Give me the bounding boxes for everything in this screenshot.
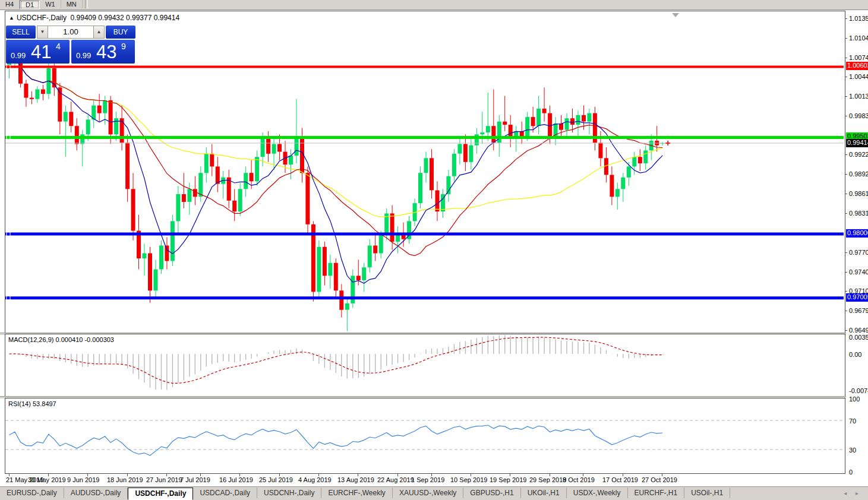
chart-tab-xauusd[interactable]: XAUUSD-,Weekly xyxy=(393,488,463,498)
rsi-panel[interactable]: RSI(14) 53.8497 xyxy=(5,398,845,474)
rsi-label: RSI(14) 53.8497 xyxy=(8,400,56,407)
time-axis[interactable]: 21 May 201930 May 20199 Jun 201918 Jun 2… xyxy=(5,474,844,486)
price-tick-mark xyxy=(845,38,847,39)
rsi-tick-label: 100 xyxy=(849,395,860,403)
price-tick-mark xyxy=(845,77,847,77)
price-tick-mark xyxy=(845,213,847,214)
chart-workspace: ▲USDCHF-,Daily 0.99409 0.99432 0.99377 0… xyxy=(0,10,868,487)
price-tick-label: 1.00135 xyxy=(849,93,868,100)
chart-ohlc-values: 0.99409 0.99432 0.99377 0.99414 xyxy=(71,14,180,22)
chart-tab-usdx[interactable]: USDX-,Weekly xyxy=(567,488,628,498)
price-tick-label: 0.97705 xyxy=(849,249,868,256)
price-tick-label: 0.97400 xyxy=(849,268,868,276)
chart-tab-usdcad[interactable]: USDCAD-,Daily xyxy=(193,488,257,498)
price-chart-panel[interactable]: ▲USDCHF-,Daily 0.99409 0.99432 0.99377 0… xyxy=(5,11,845,333)
date-label: 10 Sep 2019 xyxy=(450,476,487,483)
price-tick-label: 1.00440 xyxy=(849,73,868,80)
price-tick-label: 0.99830 xyxy=(849,112,868,119)
price-line-badge: 1.00602 xyxy=(846,62,868,70)
buy-price-big: 43 xyxy=(96,42,116,63)
volume-decrease-button[interactable]: ▼ xyxy=(37,26,48,39)
toolbar-divider xyxy=(85,0,88,8)
buy-price-sup: 9 xyxy=(121,42,126,51)
mt4-window: H4D1W1MN ▲USDCHF-,Daily 0.99409 0.99432 … xyxy=(0,0,868,500)
buy-price-box[interactable]: 0.99 43 9 xyxy=(71,40,135,64)
chart-tab-usdchf[interactable]: USDCHF-,Daily xyxy=(128,488,193,500)
price-tick-label: 0.98615 xyxy=(849,190,868,197)
price-tick-mark xyxy=(845,311,847,311)
macd-tick-label: 0.00 xyxy=(849,351,861,358)
date-label: 27 Jun 2019 xyxy=(146,476,182,483)
rsi-line xyxy=(10,425,663,455)
rsi-chart xyxy=(5,398,844,472)
price-tick-label: 1.01350 xyxy=(849,15,868,22)
price-tick-mark xyxy=(845,330,847,331)
timeframe-button-w1[interactable]: W1 xyxy=(40,0,61,8)
chart-symbol-label: USDCHF-,Daily xyxy=(17,14,67,22)
macd-chart xyxy=(5,334,844,395)
hline-anchor[interactable] xyxy=(7,296,10,300)
last-price-marker xyxy=(665,141,670,145)
price-tick-label: 0.99225 xyxy=(849,151,868,158)
date-label: 29 Sep 2019 xyxy=(529,476,566,483)
date-label: 9 Jun 2019 xyxy=(67,476,99,483)
macd-panel[interactable]: MACD(12,26,9) 0.000410 -0.000303 xyxy=(5,334,845,397)
macd-tick-label: -0.00749 xyxy=(849,387,868,394)
price-tick-label: 0.96795 xyxy=(849,307,868,314)
volume-increase-button[interactable]: ▲ xyxy=(93,26,105,39)
price-tick-mark xyxy=(845,291,847,292)
date-label: 13 Aug 2019 xyxy=(337,476,374,483)
volume-spinner: ▼ 1.00 ▲ xyxy=(37,26,105,39)
price-tick-mark xyxy=(845,18,847,19)
chart-tab-eurusd[interactable]: EURUSD-,Daily xyxy=(0,488,64,498)
chart-tab-gbpusd[interactable]: GBPUSD-,H1 xyxy=(463,488,520,498)
sell-price-box[interactable]: 0.99 41 4 xyxy=(6,40,70,64)
date-label: 18 Jun 2019 xyxy=(107,476,143,483)
price-tick-mark xyxy=(845,252,847,253)
timeframe-toolbar: H4D1W1MN xyxy=(0,0,868,10)
chart-tab-usoil[interactable]: USOil-,H1 xyxy=(684,488,730,498)
date-label: 17 Oct 2019 xyxy=(602,476,638,483)
timeframe-button-mn[interactable]: MN xyxy=(61,0,83,8)
chart-tab-ukoil[interactable]: UKOil-,H1 xyxy=(521,488,567,498)
chart-tab-eurchf[interactable]: EURCHF-,Weekly xyxy=(321,488,392,498)
date-label: 30 May 2019 xyxy=(28,476,66,483)
date-label: 19 Sep 2019 xyxy=(490,476,526,483)
price-tick-mark xyxy=(845,154,847,155)
hline-anchor[interactable] xyxy=(7,65,10,69)
date-label: 27 Oct 2019 xyxy=(642,476,677,483)
sell-price-prefix: 0.99 xyxy=(11,51,26,60)
price-tick-mark xyxy=(845,96,847,97)
ma-fast-line xyxy=(10,58,663,284)
rsi-tick-label: 0 xyxy=(849,469,853,476)
chart-tab-usdcnh[interactable]: USDCNH-,Daily xyxy=(257,488,321,498)
sell-button[interactable]: SELL xyxy=(6,26,36,39)
timeframe-button-d1[interactable]: D1 xyxy=(20,0,40,10)
timeframe-button-h4[interactable]: H4 xyxy=(0,0,20,8)
hline-anchor[interactable] xyxy=(7,232,10,236)
symbol-triangle-icon: ▲ xyxy=(9,15,14,21)
buy-button[interactable]: BUY xyxy=(106,26,135,39)
macd-signal-value: -0.000303 xyxy=(84,336,114,343)
date-label: 8 Oct 2019 xyxy=(563,476,595,483)
date-label: 4 Aug 2019 xyxy=(298,476,332,483)
price-tick-label: 1.00740 xyxy=(849,54,868,61)
chart-shift-marker[interactable] xyxy=(672,13,679,17)
sell-price-big: 41 xyxy=(31,42,51,63)
price-tick-label: 0.98920 xyxy=(849,170,868,178)
macd-label: MACD(12,26,9) 0.000410 -0.000303 xyxy=(8,336,114,343)
tab-scroll-arrows[interactable]: ◂ ▸ xyxy=(844,490,862,496)
rsi-tick-label: 30 xyxy=(849,447,856,454)
volume-input[interactable]: 1.00 xyxy=(48,26,93,39)
macd-tick-label: 0.003574 xyxy=(849,334,868,341)
date-label: 7 Jul 2019 xyxy=(180,476,210,483)
buy-price-prefix: 0.99 xyxy=(76,51,91,60)
chart-tab-audusd[interactable]: AUDUSD-,Daily xyxy=(64,488,128,498)
rsi-tick-label: 70 xyxy=(849,417,856,425)
price-tick-mark xyxy=(845,116,847,116)
candles-layer xyxy=(7,41,665,331)
date-label: 16 Jul 2019 xyxy=(219,476,253,483)
price-axis[interactable]: 1.013501.010451.007401.004401.001350.998… xyxy=(846,11,868,486)
chart-tab-eurchf[interactable]: EURCHF-,H1 xyxy=(628,488,685,498)
hline-anchor[interactable] xyxy=(7,135,10,139)
